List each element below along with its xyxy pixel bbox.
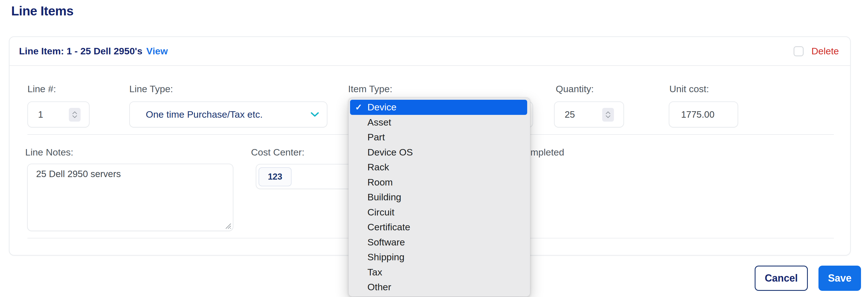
delete-checkbox[interactable] bbox=[794, 46, 804, 56]
quantity-stepper[interactable] bbox=[602, 108, 614, 122]
cost-center-tag: 123 bbox=[258, 167, 291, 186]
chevron-down-icon bbox=[605, 115, 611, 118]
dropdown-option[interactable]: ✓Software bbox=[350, 235, 527, 250]
unit-cost-input[interactable] bbox=[669, 102, 738, 127]
dropdown-option-label: Building bbox=[367, 192, 401, 202]
dropdown-option-label: Part bbox=[367, 132, 385, 143]
chevron-up-icon bbox=[72, 111, 78, 114]
item-type-dropdown: ✓Device✓Asset✓Part✓Device OS✓Rack✓Room✓B… bbox=[348, 98, 530, 297]
line-item-title: Line Item: 1 - 25 Dell 2950's bbox=[19, 46, 143, 57]
dropdown-option[interactable]: ✓Shipping bbox=[350, 250, 527, 265]
line-notes-label: Line Notes: bbox=[25, 147, 73, 158]
line-type-select[interactable]: One time Purchase/Tax etc. bbox=[129, 102, 328, 128]
dropdown-option[interactable]: ✓Certificate bbox=[350, 220, 527, 235]
unit-cost-label: Unit cost: bbox=[669, 83, 709, 94]
dropdown-option-label: Other bbox=[367, 281, 391, 293]
line-number-label: Line #: bbox=[27, 83, 56, 94]
line-notes-box: 25 Dell 2950 servers bbox=[27, 164, 234, 231]
line-item-card-header: Line Item: 1 - 25 Dell 2950's View Delet… bbox=[9, 37, 850, 66]
dropdown-option-label: Shipping bbox=[367, 252, 404, 263]
dropdown-option-label: Room bbox=[367, 177, 393, 188]
cost-center-label: Cost Center: bbox=[251, 147, 305, 158]
view-link[interactable]: View bbox=[146, 46, 168, 57]
dropdown-option-label: Circuit bbox=[367, 207, 394, 218]
line-number-field bbox=[27, 102, 90, 128]
dropdown-option[interactable]: ✓Asset bbox=[350, 115, 527, 130]
cancel-button[interactable]: Cancel bbox=[755, 266, 808, 291]
dropdown-option[interactable]: ✓Part bbox=[350, 130, 527, 145]
line-notes-textarea[interactable]: 25 Dell 2950 servers bbox=[28, 164, 233, 231]
quantity-label: Quantity: bbox=[556, 83, 594, 94]
quantity-field bbox=[554, 102, 624, 128]
dropdown-option-label: Tax bbox=[367, 267, 382, 278]
dropdown-option[interactable]: ✓Device OS bbox=[350, 145, 527, 160]
dropdown-option-label: Rack bbox=[367, 162, 389, 172]
item-type-label: Item Type: bbox=[348, 83, 392, 94]
dropdown-option[interactable]: ✓Device bbox=[350, 100, 527, 115]
dropdown-option[interactable]: ✓Building bbox=[350, 190, 527, 205]
chevron-up-icon bbox=[605, 111, 611, 114]
dropdown-option-label: Asset bbox=[367, 117, 391, 128]
unit-cost-field bbox=[669, 102, 738, 128]
line-number-stepper[interactable] bbox=[69, 108, 81, 122]
resize-handle-icon[interactable] bbox=[224, 221, 231, 229]
chevron-down-icon bbox=[72, 115, 78, 118]
delete-label[interactable]: Delete bbox=[811, 46, 839, 57]
line-type-label: Line Type: bbox=[129, 83, 173, 94]
dropdown-option[interactable]: ✓Other bbox=[350, 280, 527, 295]
dropdown-option[interactable]: ✓Tax bbox=[350, 265, 527, 280]
dropdown-option[interactable]: ✓Room bbox=[350, 175, 527, 190]
chevron-down-icon bbox=[311, 112, 319, 117]
line-items-page: Line Items Line Item: 1 - 25 Dell 2950's… bbox=[0, 0, 868, 297]
dropdown-option-label: Certificate bbox=[367, 222, 410, 233]
checkmark-icon: ✓ bbox=[355, 102, 367, 112]
dropdown-option-label: Device bbox=[367, 102, 397, 113]
delete-control: Delete bbox=[794, 46, 839, 57]
page-title: Line Items bbox=[11, 3, 73, 19]
dropdown-option[interactable]: ✓Rack bbox=[350, 160, 527, 175]
line-item-heading: Line Item: 1 - 25 Dell 2950's View bbox=[19, 46, 168, 57]
dropdown-option-label: Device OS bbox=[367, 147, 413, 158]
save-button[interactable]: Save bbox=[818, 266, 861, 291]
dropdown-option-label: Software bbox=[367, 237, 405, 248]
dropdown-option[interactable]: ✓Circuit bbox=[350, 205, 527, 220]
line-type-value: One time Purchase/Tax etc. bbox=[130, 102, 327, 127]
